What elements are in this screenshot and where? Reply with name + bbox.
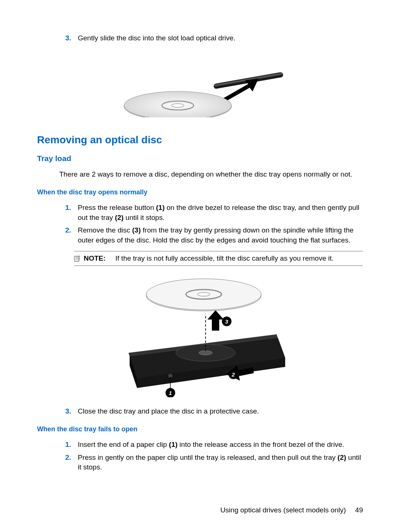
list-item: 2.Press in gently on the paper clip unti… [59,453,363,472]
step-number: 1. [59,203,78,222]
page-footer: Using optical drives (select models only… [220,506,363,514]
step-number: 2. [59,225,78,245]
svg-marker-24 [207,310,224,331]
step-number: 3. [59,33,78,43]
footer-section-title: Using optical drives (select models only… [220,506,346,514]
note-label: NOTE: [84,254,106,262]
heading-tray-load: Tray load [37,154,363,163]
steps-tray-fails: 1.Insert the end of a paper clip (1) int… [59,440,363,472]
step-number: 3. [59,406,78,416]
list-item: 1.Press the release button (1) on the dr… [59,203,363,222]
figure-tray-remove-disc: 3 2 1 [111,275,296,397]
figure-slot-load-disc [111,58,289,117]
step-text: Insert the end of a paper clip (1) into … [78,440,363,450]
heading-tray-opens-normally: When the disc tray opens normally [37,188,363,196]
tray-load-intro: There are 2 ways to remove a disc, depen… [59,170,363,180]
step-text: Remove the disc (3) from the tray by gen… [78,225,363,245]
step-text: Close the disc tray and place the disc i… [78,406,363,416]
step-text: Press in gently on the paper clip until … [78,453,363,472]
svg-text:3: 3 [225,318,229,325]
note-icon [74,255,81,262]
steps-tray-opens-normally: 1.Press the release button (1) on the dr… [59,203,363,245]
step-number: 2. [59,453,78,472]
step-number: 1. [59,440,78,450]
list-item: 1.Insert the end of a paper clip (1) int… [59,440,363,450]
step-text: Press the release button (1) on the driv… [78,203,363,222]
heading-removing-optical-disc: Removing an optical disc [37,134,363,146]
svg-point-7 [171,104,184,107]
svg-text:2: 2 [231,371,235,378]
step-text: Gently slide the disc into the slot load… [78,33,363,43]
note-text: If the tray is not fully accessible, til… [116,254,334,262]
step-intro-3: 3. Gently slide the disc into the slot l… [59,33,363,43]
footer-page-number: 49 [355,506,363,514]
note-box: NOTE: If the tray is not fully accessibl… [74,251,363,266]
step-normal-3: 3. Close the disc tray and place the dis… [59,406,363,416]
svg-point-15 [197,292,210,296]
heading-tray-fails-open: When the disc tray fails to open [37,425,363,433]
svg-point-21 [199,351,212,355]
note-content: NOTE: If the tray is not fully accessibl… [84,254,334,262]
list-item: 2.Remove the disc (3) from the tray by g… [59,225,363,245]
svg-text:1: 1 [169,390,172,396]
